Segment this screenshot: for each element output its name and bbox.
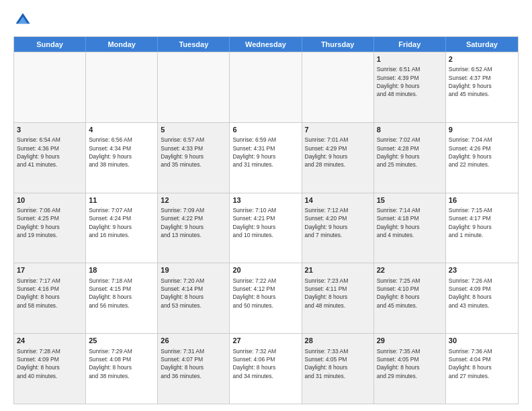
weekday-header-friday: Friday	[374, 37, 446, 52]
cell-info: Sunrise: 7:23 AM Sunset: 4:11 PM Dayligh…	[305, 277, 371, 310]
cell-info: Sunrise: 6:59 AM Sunset: 4:31 PM Dayligh…	[232, 136, 298, 169]
calendar-cell-26: 26Sunrise: 7:31 AM Sunset: 4:07 PM Dayli…	[158, 334, 230, 404]
calendar-body: 1Sunrise: 6:51 AM Sunset: 4:39 PM Daylig…	[14, 52, 518, 404]
logo-icon	[13, 11, 32, 30]
day-number: 17	[17, 265, 83, 275]
calendar: SundayMondayTuesdayWednesdayThursdayFrid…	[13, 36, 519, 404]
cell-info: Sunrise: 7:09 AM Sunset: 4:22 PM Dayligh…	[161, 206, 226, 239]
weekday-header-thursday: Thursday	[302, 37, 374, 52]
day-number: 19	[161, 265, 226, 275]
calendar-header: SundayMondayTuesdayWednesdayThursdayFrid…	[14, 37, 518, 52]
day-number: 25	[89, 336, 154, 346]
calendar-cell-14: 14Sunrise: 7:12 AM Sunset: 4:20 PM Dayli…	[302, 193, 374, 263]
page: SundayMondayTuesdayWednesdayThursdayFrid…	[0, 0, 532, 411]
cell-info: Sunrise: 7:29 AM Sunset: 4:08 PM Dayligh…	[89, 347, 154, 380]
cell-info: Sunrise: 7:25 AM Sunset: 4:10 PM Dayligh…	[377, 277, 443, 310]
day-number: 5	[161, 125, 226, 135]
calendar-cell-4: 4Sunrise: 6:56 AM Sunset: 4:34 PM Daylig…	[86, 123, 158, 193]
calendar-row-0: 1Sunrise: 6:51 AM Sunset: 4:39 PM Daylig…	[14, 52, 518, 122]
cell-info: Sunrise: 7:14 AM Sunset: 4:18 PM Dayligh…	[377, 206, 443, 239]
cell-info: Sunrise: 7:32 AM Sunset: 4:06 PM Dayligh…	[232, 347, 298, 380]
calendar-cell-2: 2Sunrise: 6:52 AM Sunset: 4:37 PM Daylig…	[446, 52, 518, 122]
calendar-cell-15: 15Sunrise: 7:14 AM Sunset: 4:18 PM Dayli…	[374, 193, 446, 263]
cell-info: Sunrise: 6:52 AM Sunset: 4:37 PM Dayligh…	[449, 65, 515, 98]
calendar-cell-empty-1	[86, 52, 158, 122]
day-number: 18	[89, 265, 154, 275]
day-number: 7	[305, 125, 371, 135]
calendar-cell-12: 12Sunrise: 7:09 AM Sunset: 4:22 PM Dayli…	[158, 193, 230, 263]
calendar-cell-9: 9Sunrise: 7:04 AM Sunset: 4:26 PM Daylig…	[446, 123, 518, 193]
calendar-cell-24: 24Sunrise: 7:28 AM Sunset: 4:09 PM Dayli…	[14, 334, 86, 404]
cell-info: Sunrise: 6:57 AM Sunset: 4:33 PM Dayligh…	[161, 136, 226, 169]
weekday-header-saturday: Saturday	[446, 37, 518, 52]
calendar-cell-empty-2	[158, 52, 230, 122]
calendar-cell-27: 27Sunrise: 7:32 AM Sunset: 4:06 PM Dayli…	[230, 334, 302, 404]
calendar-cell-5: 5Sunrise: 6:57 AM Sunset: 4:33 PM Daylig…	[158, 123, 230, 193]
cell-info: Sunrise: 7:35 AM Sunset: 4:05 PM Dayligh…	[377, 347, 443, 380]
cell-info: Sunrise: 6:54 AM Sunset: 4:36 PM Dayligh…	[17, 136, 83, 169]
weekday-header-wednesday: Wednesday	[230, 37, 302, 52]
calendar-row-4: 24Sunrise: 7:28 AM Sunset: 4:09 PM Dayli…	[14, 333, 518, 404]
day-number: 2	[449, 54, 515, 64]
calendar-cell-21: 21Sunrise: 7:23 AM Sunset: 4:11 PM Dayli…	[302, 263, 374, 333]
day-number: 10	[17, 195, 83, 205]
cell-info: Sunrise: 7:12 AM Sunset: 4:20 PM Dayligh…	[305, 206, 371, 239]
cell-info: Sunrise: 7:17 AM Sunset: 4:16 PM Dayligh…	[17, 277, 83, 310]
calendar-cell-empty-4	[302, 52, 374, 122]
calendar-cell-30: 30Sunrise: 7:36 AM Sunset: 4:04 PM Dayli…	[446, 334, 518, 404]
cell-info: Sunrise: 7:10 AM Sunset: 4:21 PM Dayligh…	[232, 206, 298, 239]
day-number: 3	[17, 125, 83, 135]
day-number: 8	[377, 125, 443, 135]
calendar-cell-19: 19Sunrise: 7:20 AM Sunset: 4:14 PM Dayli…	[158, 263, 230, 333]
day-number: 22	[377, 265, 443, 275]
day-number: 30	[449, 336, 515, 346]
calendar-cell-6: 6Sunrise: 6:59 AM Sunset: 4:31 PM Daylig…	[230, 123, 302, 193]
calendar-cell-17: 17Sunrise: 7:17 AM Sunset: 4:16 PM Dayli…	[14, 263, 86, 333]
day-number: 24	[17, 336, 83, 346]
logo	[13, 11, 35, 30]
cell-info: Sunrise: 7:20 AM Sunset: 4:14 PM Dayligh…	[161, 277, 226, 310]
day-number: 15	[377, 195, 443, 205]
day-number: 11	[89, 195, 154, 205]
calendar-cell-11: 11Sunrise: 7:07 AM Sunset: 4:24 PM Dayli…	[86, 193, 158, 263]
calendar-cell-7: 7Sunrise: 7:01 AM Sunset: 4:29 PM Daylig…	[302, 123, 374, 193]
cell-info: Sunrise: 7:28 AM Sunset: 4:09 PM Dayligh…	[17, 347, 83, 380]
day-number: 13	[232, 195, 298, 205]
calendar-cell-8: 8Sunrise: 7:02 AM Sunset: 4:28 PM Daylig…	[374, 123, 446, 193]
cell-info: Sunrise: 7:22 AM Sunset: 4:12 PM Dayligh…	[232, 277, 298, 310]
day-number: 27	[232, 336, 298, 346]
calendar-cell-10: 10Sunrise: 7:06 AM Sunset: 4:25 PM Dayli…	[14, 193, 86, 263]
calendar-cell-16: 16Sunrise: 7:15 AM Sunset: 4:17 PM Dayli…	[446, 193, 518, 263]
cell-info: Sunrise: 7:07 AM Sunset: 4:24 PM Dayligh…	[89, 206, 154, 239]
header	[13, 11, 519, 30]
weekday-header-sunday: Sunday	[14, 37, 86, 52]
day-number: 21	[305, 265, 371, 275]
calendar-cell-29: 29Sunrise: 7:35 AM Sunset: 4:05 PM Dayli…	[374, 334, 446, 404]
cell-info: Sunrise: 7:15 AM Sunset: 4:17 PM Dayligh…	[449, 206, 515, 239]
cell-info: Sunrise: 7:01 AM Sunset: 4:29 PM Dayligh…	[305, 136, 371, 169]
cell-info: Sunrise: 7:06 AM Sunset: 4:25 PM Dayligh…	[17, 206, 83, 239]
cell-info: Sunrise: 6:51 AM Sunset: 4:39 PM Dayligh…	[377, 65, 443, 98]
weekday-header-tuesday: Tuesday	[158, 37, 230, 52]
cell-info: Sunrise: 7:33 AM Sunset: 4:05 PM Dayligh…	[305, 347, 371, 380]
calendar-row-2: 10Sunrise: 7:06 AM Sunset: 4:25 PM Dayli…	[14, 193, 518, 263]
day-number: 1	[377, 54, 443, 64]
calendar-cell-18: 18Sunrise: 7:18 AM Sunset: 4:15 PM Dayli…	[86, 263, 158, 333]
cell-info: Sunrise: 7:02 AM Sunset: 4:28 PM Dayligh…	[377, 136, 443, 169]
cell-info: Sunrise: 7:36 AM Sunset: 4:04 PM Dayligh…	[449, 347, 515, 380]
calendar-cell-3: 3Sunrise: 6:54 AM Sunset: 4:36 PM Daylig…	[14, 123, 86, 193]
calendar-cell-28: 28Sunrise: 7:33 AM Sunset: 4:05 PM Dayli…	[302, 334, 374, 404]
calendar-cell-23: 23Sunrise: 7:26 AM Sunset: 4:09 PM Dayli…	[446, 263, 518, 333]
cell-info: Sunrise: 6:56 AM Sunset: 4:34 PM Dayligh…	[89, 136, 154, 169]
cell-info: Sunrise: 7:18 AM Sunset: 4:15 PM Dayligh…	[89, 277, 154, 310]
calendar-cell-empty-3	[230, 52, 302, 122]
calendar-cell-20: 20Sunrise: 7:22 AM Sunset: 4:12 PM Dayli…	[230, 263, 302, 333]
calendar-cell-empty-0	[14, 52, 86, 122]
cell-info: Sunrise: 7:31 AM Sunset: 4:07 PM Dayligh…	[161, 347, 226, 380]
day-number: 29	[377, 336, 443, 346]
cell-info: Sunrise: 7:26 AM Sunset: 4:09 PM Dayligh…	[449, 277, 515, 310]
calendar-cell-25: 25Sunrise: 7:29 AM Sunset: 4:08 PM Dayli…	[86, 334, 158, 404]
calendar-cell-13: 13Sunrise: 7:10 AM Sunset: 4:21 PM Dayli…	[230, 193, 302, 263]
day-number: 9	[449, 125, 515, 135]
day-number: 12	[161, 195, 226, 205]
